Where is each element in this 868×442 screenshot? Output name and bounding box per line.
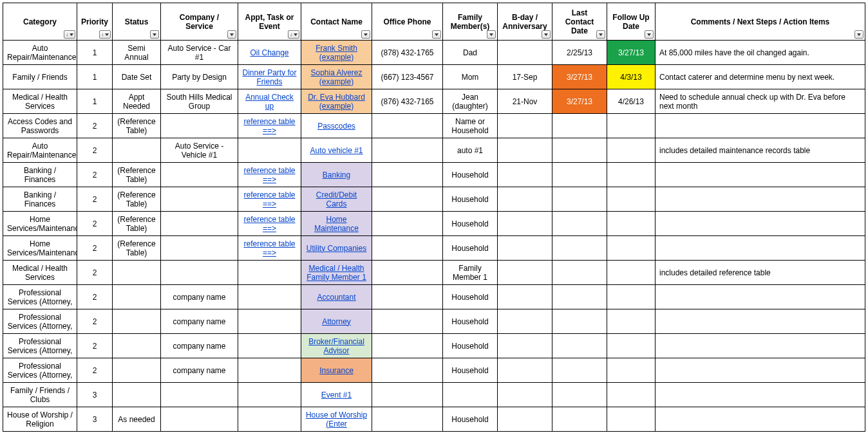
cell-link[interactable]: Dr. Eva Hubbard (example) (308, 93, 365, 111)
table-row: Banking / Finances2(Reference Table)refe… (3, 163, 865, 187)
table-cell (498, 41, 552, 65)
table-cell (238, 334, 301, 358)
table-cell (552, 407, 607, 432)
filter-icon[interactable] (596, 30, 605, 39)
header-priority: Priority↓ (77, 3, 113, 41)
table-cell: Frank Smith (example) (301, 41, 372, 65)
table-row: Home Services/Maintenance2(Reference Tab… (3, 236, 865, 261)
table-cell: reference table ==> (238, 187, 301, 212)
table-cell (607, 236, 656, 261)
table-cell: Banking / Finances (3, 187, 77, 212)
sort-icon[interactable]: ↓ (99, 30, 111, 39)
header-category: Category↓ (3, 3, 77, 41)
table-cell: Household (443, 236, 498, 261)
table-cell (607, 383, 656, 407)
cell-link[interactable]: Auto vehicle #1 (310, 146, 363, 155)
table-cell: 21-Nov (498, 89, 552, 114)
table-cell (498, 212, 552, 236)
table-cell: company name (161, 358, 238, 383)
table-cell: Professional Services (Attorney, (3, 358, 77, 383)
table-cell (552, 285, 607, 309)
sort-icon[interactable]: ↓ (64, 30, 75, 39)
table-cell (607, 261, 656, 285)
cell-link[interactable]: reference table ==> (243, 190, 295, 208)
filter-icon[interactable] (227, 30, 236, 39)
filter-icon[interactable] (854, 30, 863, 39)
filter-icon[interactable] (487, 30, 496, 39)
cell-link[interactable]: Passcodes (317, 122, 355, 131)
table-row: Auto Repair/Maintenance2Auto Service - V… (3, 138, 865, 163)
table-row: Home Services/Maintenance2(Reference Tab… (3, 212, 865, 236)
table-cell (656, 383, 865, 407)
header-follow: Follow Up Date (607, 3, 656, 41)
table-cell (498, 163, 552, 187)
cell-link[interactable]: Banking (323, 170, 350, 180)
table-cell (238, 285, 301, 309)
table-cell (161, 261, 238, 285)
table-row: Banking / Finances2(Reference Table)refe… (3, 187, 865, 212)
table-cell: 2 (77, 163, 113, 187)
table-cell: 2 (77, 236, 113, 261)
cell-link[interactable]: reference table ==> (243, 117, 295, 135)
cell-link[interactable]: Accountant (317, 293, 355, 302)
filter-icon[interactable] (542, 30, 551, 39)
filter-icon[interactable] (645, 30, 654, 39)
table-cell (552, 236, 607, 261)
table-cell: Family / Friends (3, 65, 77, 89)
cell-link[interactable]: Home Maintenance (314, 215, 359, 233)
cell-link[interactable]: Annual Check up (245, 93, 294, 111)
table-cell (656, 358, 865, 383)
table-cell: 2 (77, 212, 113, 236)
table-cell: reference table ==> (238, 236, 301, 261)
header-label: Category (23, 17, 57, 26)
table-cell (498, 285, 552, 309)
cell-link[interactable]: Broker/Financial Advisor (308, 337, 364, 355)
table-cell (372, 261, 443, 285)
table-cell: Party by Design (161, 65, 238, 89)
cell-link[interactable]: Frank Smith (example) (316, 44, 357, 62)
cell-link[interactable]: Utility Companies (307, 244, 366, 253)
cell-link[interactable]: reference table ==> (243, 166, 295, 184)
cell-link[interactable]: Credit/Debit Cards (316, 190, 357, 208)
table-row: Family / Friends / Clubs3Event #1 (3, 383, 865, 407)
table-cell: Professional Services (Attorney, (3, 309, 77, 334)
cell-link[interactable]: Oil Change (250, 48, 288, 57)
table-cell: Sophia Alverez (example) (301, 65, 372, 89)
table-cell: auto #1 (443, 138, 498, 163)
table-cell: (Reference Table) (113, 212, 161, 236)
table-cell (607, 114, 656, 138)
table-cell: company name (161, 285, 238, 309)
cell-link[interactable]: House of Worship (Enter (306, 410, 367, 428)
cell-link[interactable]: Sophia Alverez (example) (310, 68, 362, 86)
sort-icon[interactable]: ↓ (288, 30, 299, 39)
table-cell (607, 163, 656, 187)
cell-link[interactable]: Dinner Party for Friends (242, 68, 296, 86)
header-family: Family Member(s) (443, 3, 498, 41)
cell-link[interactable]: Medical / Health Family Member 1 (307, 264, 366, 282)
filter-icon[interactable] (150, 30, 159, 39)
cell-link[interactable]: reference table ==> (243, 215, 295, 233)
table-cell (113, 358, 161, 383)
table-cell: 4/26/13 (607, 89, 656, 114)
table-cell: 1 (77, 41, 113, 65)
header-label: Last Contact Date (565, 8, 594, 35)
cell-link[interactable]: reference table ==> (243, 239, 295, 257)
table-cell: Professional Services (Attorney, (3, 285, 77, 309)
table-cell (238, 309, 301, 334)
filter-icon[interactable] (361, 30, 370, 39)
cell-link[interactable]: Attorney (322, 317, 351, 326)
table-cell (656, 236, 865, 261)
table-cell: Event #1 (301, 383, 372, 407)
table-cell (498, 358, 552, 383)
header-last: Last Contact Date (552, 3, 607, 41)
table-cell (607, 138, 656, 163)
cell-link[interactable]: Insurance (319, 366, 354, 375)
table-cell (372, 334, 443, 358)
table-row: Professional Services (Attorney,2company… (3, 358, 865, 383)
table-cell: Date Set (113, 65, 161, 89)
cell-link[interactable]: Event #1 (321, 391, 352, 400)
table-cell (372, 236, 443, 261)
filter-icon[interactable] (432, 30, 441, 39)
table-cell (656, 212, 865, 236)
table-cell: 2 (77, 334, 113, 358)
